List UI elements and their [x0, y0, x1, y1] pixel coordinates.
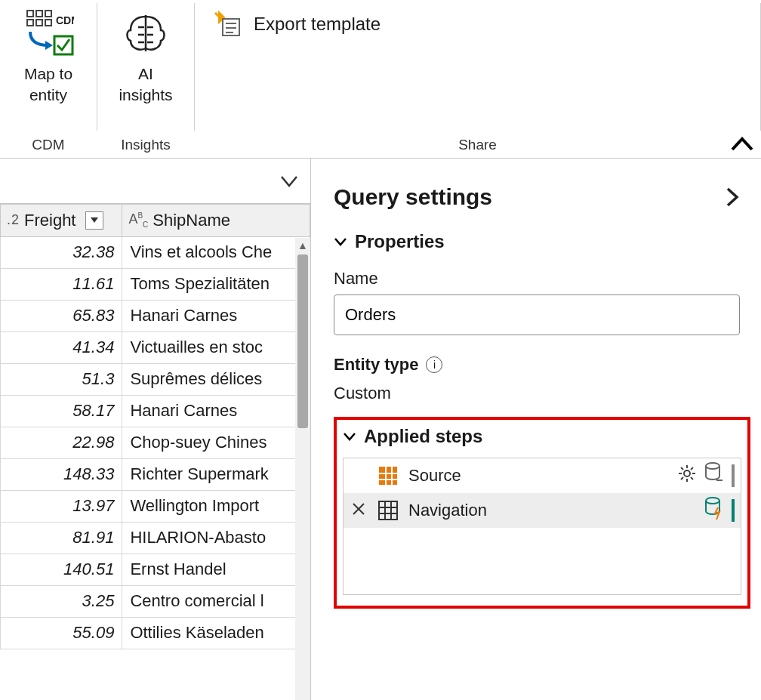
ribbon-group-cdm-label: CDM [32, 137, 64, 158]
database-bolt-icon[interactable] [704, 497, 724, 524]
cell-shipname[interactable]: Chop-suey Chines [122, 427, 310, 458]
query-name-input[interactable] [334, 294, 740, 335]
cell-freight[interactable]: 22.98 [1, 427, 122, 458]
properties-section-header[interactable]: Properties [334, 231, 740, 252]
vertical-scrollbar[interactable]: ▲ [295, 238, 310, 700]
table-row[interactable]: 41.34Victuailles en stoc [1, 331, 310, 363]
table-row[interactable]: 140.51Ernst Handel [1, 554, 310, 585]
ai-insights-label: AI insights [119, 63, 172, 106]
cell-shipname[interactable]: Hanari Carnes [122, 300, 310, 331]
cell-shipname[interactable]: Victuailles en stoc [122, 331, 310, 363]
cell-freight[interactable]: 3.25 [1, 585, 122, 617]
table-row[interactable]: 51.3Suprêmes délices [1, 363, 310, 395]
cell-shipname[interactable]: Ottilies Käseladen [122, 617, 310, 649]
svg-rect-1 [36, 11, 42, 17]
table-row[interactable]: 148.33Richter Supermark [1, 458, 310, 490]
svg-rect-0 [27, 11, 33, 17]
map-to-entity-button[interactable]: CDM Map to entity [11, 0, 86, 106]
table-row[interactable]: 55.09Ottilies Käseladen [1, 617, 310, 649]
step-navigation-label: Navigation [408, 501, 487, 520]
svg-marker-7 [45, 41, 53, 50]
table-row[interactable]: 58.17Hanari Carnes [1, 395, 310, 427]
cell-freight[interactable]: 58.17 [1, 395, 122, 427]
svg-rect-25 [379, 501, 397, 520]
applied-steps-list: Source [343, 458, 741, 595]
svg-rect-2 [45, 11, 51, 17]
properties-label: Properties [355, 231, 445, 252]
cell-freight[interactable]: 148.33 [1, 458, 122, 490]
cell-freight[interactable]: 41.34 [1, 331, 122, 363]
brain-icon [116, 3, 176, 63]
table-row[interactable]: 81.91HILARION-Abasto [1, 522, 310, 554]
step-marker [732, 464, 735, 487]
ribbon-group-share-label: Share [205, 137, 750, 158]
cell-shipname[interactable]: Suprêmes délices [122, 363, 310, 395]
export-template-button[interactable]: Export template [213, 0, 380, 39]
ribbon-group-cdm: CDM Map to entity CDM [0, 0, 97, 158]
decimal-type-icon: .2 [7, 212, 20, 228]
cell-shipname[interactable]: Hanari Carnes [122, 395, 310, 427]
cell-shipname[interactable]: Vins et alcools Che [122, 236, 310, 268]
table-row[interactable]: 22.98Chop-suey Chines [1, 427, 310, 458]
cell-freight[interactable]: 11.61 [1, 268, 122, 300]
query-settings-title: Query settings [334, 184, 492, 210]
name-label: Name [334, 269, 740, 288]
step-source-label: Source [408, 466, 461, 486]
column-header-freight[interactable]: .2 Freight [1, 205, 122, 236]
applied-steps-header[interactable]: Applied steps [343, 426, 741, 447]
column-filter-button[interactable] [85, 211, 103, 230]
table-row[interactable]: 65.83Hanari Carnes [1, 300, 310, 331]
column-header-shipname[interactable]: ABC ShipName [122, 205, 310, 236]
table-row[interactable]: 11.61Toms Spezialitäten [1, 268, 310, 300]
cell-shipname[interactable]: Richter Supermark [122, 458, 310, 490]
cell-shipname[interactable]: HILARION-Abasto [122, 522, 310, 554]
entity-type-label: Entity type [334, 355, 418, 375]
svg-rect-4 [36, 20, 42, 26]
svg-rect-15 [379, 467, 397, 485]
table-row[interactable]: 13.97Wellington Import [1, 490, 310, 522]
ribbon-group-insights-label: Insights [121, 137, 170, 158]
cell-shipname[interactable]: Ernst Handel [122, 554, 310, 585]
table-outline-icon [377, 499, 399, 522]
step-navigation[interactable]: Navigation [344, 493, 741, 528]
cell-freight[interactable]: 140.51 [1, 554, 122, 585]
svg-rect-8 [54, 36, 72, 54]
cell-shipname[interactable]: Wellington Import [122, 490, 310, 522]
export-template-icon [213, 9, 243, 39]
cell-shipname[interactable]: Centro comercial l [122, 585, 310, 617]
cell-shipname[interactable]: Toms Spezialitäten [122, 268, 310, 300]
entity-type-value: Custom [334, 384, 740, 403]
map-to-entity-label: Map to entity [24, 63, 72, 106]
table-row[interactable]: 3.25Centro comercial l [1, 585, 310, 617]
scroll-thumb[interactable] [297, 254, 308, 428]
applied-steps-highlight: Applied steps [334, 417, 750, 609]
text-type-icon: ABC [128, 211, 148, 229]
svg-marker-14 [91, 217, 98, 223]
data-preview-pane: .2 Freight ABC ShipName [0, 159, 311, 700]
map-to-entity-icon: CDM [18, 3, 79, 63]
cell-freight[interactable]: 51.3 [1, 363, 122, 395]
column-header-freight-label: Freight [24, 211, 75, 230]
database-icon[interactable] [704, 462, 724, 489]
applied-steps-label: Applied steps [364, 426, 482, 447]
query-settings-pane: Query settings Properties Name Entity ty… [311, 159, 761, 700]
table-row[interactable]: 32.38Vins et alcools Che [1, 236, 310, 268]
svg-rect-5 [45, 20, 51, 26]
formula-bar[interactable] [0, 159, 310, 204]
svg-point-20 [684, 470, 690, 476]
cell-freight[interactable]: 13.97 [1, 490, 122, 522]
step-marker-active [732, 499, 735, 522]
ribbon-collapse-button[interactable] [731, 131, 753, 156]
delete-step-button[interactable] [350, 501, 368, 520]
svg-rect-3 [27, 20, 33, 26]
cell-freight[interactable]: 65.83 [1, 300, 122, 331]
info-icon[interactable]: i [426, 356, 442, 373]
gear-icon[interactable] [677, 464, 697, 488]
step-source[interactable]: Source [344, 458, 741, 493]
ai-insights-button[interactable]: AI insights [108, 0, 183, 106]
chevron-right-icon[interactable] [725, 186, 740, 208]
cell-freight[interactable]: 81.91 [1, 522, 122, 554]
cell-freight[interactable]: 32.38 [1, 236, 122, 268]
cell-freight[interactable]: 55.09 [1, 617, 122, 649]
chevron-down-icon [334, 235, 347, 248]
